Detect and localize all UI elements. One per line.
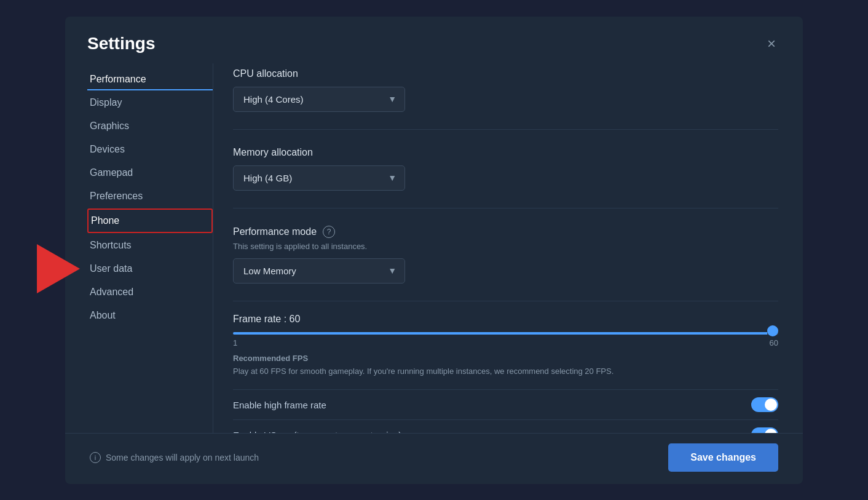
fps-rec-title: Recommended FPS <box>233 354 778 363</box>
sidebar-item-gamepad[interactable]: Gamepad <box>87 162 213 184</box>
divider-2 <box>233 208 778 208</box>
dialog-body: Performance Display Graphics Devices Gam… <box>65 63 803 433</box>
memory-allocation-select[interactable]: Low (1 GB) Medium (2 GB) High (4 GB) Ver… <box>233 165 405 191</box>
settings-dialog: Settings × Performance Display Graphics … <box>65 17 803 484</box>
footer-note-text: Some changes will apply on next launch <box>106 453 259 462</box>
performance-mode-help-icon[interactable]: ? <box>323 226 335 238</box>
frame-rate-slider[interactable] <box>233 332 778 335</box>
toggle-knob-vsync <box>765 429 777 433</box>
cpu-allocation-section: CPU allocation Low (1 Core) Medium (2 Co… <box>233 63 778 112</box>
performance-mode-section: Performance mode ? This setting is appli… <box>233 221 778 284</box>
sidebar-item-preferences[interactable]: Preferences <box>87 185 213 207</box>
slider-max-label: 60 <box>770 338 778 347</box>
memory-allocation-section: Memory allocation Low (1 GB) Medium (2 G… <box>233 142 778 191</box>
memory-allocation-wrapper: Low (1 GB) Medium (2 GB) High (4 GB) Ver… <box>233 165 405 191</box>
performance-mode-label: Performance mode <box>233 226 317 237</box>
content-panel: CPU allocation Low (1 Core) Medium (2 Co… <box>213 63 803 433</box>
slider-range-labels: 1 60 <box>233 338 778 347</box>
sidebar-item-shortcuts[interactable]: Shortcuts <box>87 234 213 256</box>
toggle-vsync[interactable] <box>751 427 778 433</box>
memory-allocation-label: Memory allocation <box>233 147 778 158</box>
toggle-knob-high-frame-rate <box>765 399 777 411</box>
save-changes-button[interactable]: Save changes <box>668 443 778 472</box>
performance-mode-select[interactable]: Low Memory Balanced High Performance <box>233 258 405 284</box>
sidebar: Performance Display Graphics Devices Gam… <box>65 63 213 433</box>
close-button[interactable]: × <box>762 34 781 54</box>
sidebar-item-advanced[interactable]: Advanced <box>87 281 213 303</box>
performance-mode-description: This setting is applied to all instances… <box>233 242 778 251</box>
fps-recommendation: Recommended FPS Play at 60 FPS for smoot… <box>233 354 778 378</box>
dialog-footer: i Some changes will apply on next launch… <box>65 433 803 484</box>
sidebar-item-about[interactable]: About <box>87 304 213 327</box>
dialog-title: Settings <box>87 34 155 54</box>
sidebar-item-performance[interactable]: Performance <box>87 68 213 90</box>
cpu-allocation-select[interactable]: Low (1 Core) Medium (2 Cores) High (4 Co… <box>233 87 405 112</box>
divider-3 <box>233 301 778 301</box>
fps-rec-text: Play at 60 FPS for smooth gameplay. If y… <box>233 365 778 378</box>
performance-mode-wrapper: Low Memory Balanced High Performance ▼ <box>233 258 405 284</box>
toggle-label-high-frame-rate: Enable high frame rate <box>233 400 326 410</box>
footer-note: i Some changes will apply on next launch <box>90 452 259 463</box>
slider-min-label: 1 <box>233 338 237 347</box>
sidebar-item-devices[interactable]: Devices <box>87 138 213 161</box>
frame-rate-label: Frame rate : 60 <box>233 314 778 325</box>
cpu-allocation-wrapper: Low (1 Core) Medium (2 Cores) High (4 Co… <box>233 87 405 112</box>
arrow-indicator <box>37 244 80 293</box>
frame-rate-section: Frame rate : 60 1 60 Recommended FPS Pla… <box>233 314 778 378</box>
slider-track <box>233 332 778 335</box>
sidebar-item-graphics[interactable]: Graphics <box>87 115 213 137</box>
performance-mode-label-row: Performance mode ? <box>233 226 778 238</box>
sidebar-item-userdata[interactable]: User data <box>87 258 213 280</box>
footer-info-icon: i <box>90 452 101 463</box>
dialog-header: Settings × <box>65 17 803 63</box>
toggle-row-vsync: Enable VSync (to prevent screen tearing) <box>233 419 778 433</box>
divider-1 <box>233 129 778 130</box>
frame-rate-slider-container <box>233 332 778 335</box>
toggle-high-frame-rate[interactable] <box>751 397 778 412</box>
sidebar-item-display[interactable]: Display <box>87 92 213 114</box>
sidebar-item-phone[interactable]: Phone <box>87 208 213 233</box>
cpu-allocation-label: CPU allocation <box>233 68 778 79</box>
toggle-row-high-frame-rate: Enable high frame rate <box>233 389 778 419</box>
